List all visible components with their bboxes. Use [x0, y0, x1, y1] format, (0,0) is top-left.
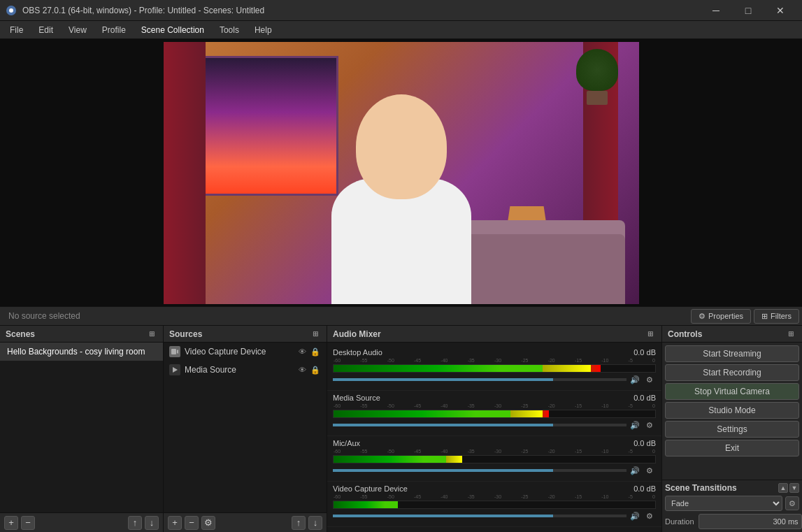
desktop-meter-yellow	[543, 365, 591, 372]
studio-mode-button[interactable]: Studio Mode	[665, 402, 799, 419]
duration-input[interactable]	[699, 514, 802, 529]
source-lock-icon[interactable]: 🔒	[310, 346, 321, 357]
menu-file[interactable]: File	[3, 23, 30, 37]
stop-virtual-camera-button[interactable]: Stop Virtual Camera	[665, 383, 799, 400]
vc-mute-button[interactable]: 🔊	[629, 510, 641, 522]
mic-vol-fill	[333, 469, 553, 472]
exit-button[interactable]: Exit	[665, 440, 799, 456]
menu-profile[interactable]: Profile	[95, 23, 133, 37]
source-eye-icon[interactable]: 👁	[296, 346, 308, 357]
scenes-panel-header: Scenes ⊞	[0, 326, 163, 343]
sources-down-button[interactable]: ↓	[308, 516, 322, 530]
sources-panel: Sources ⊞ Video Capture Device 👁	[164, 326, 327, 532]
scenes-add-button[interactable]: +	[4, 516, 18, 530]
transition-type-select[interactable]: Fade Cut Swipe Slide	[665, 496, 782, 511]
media-source-meter	[333, 410, 656, 418]
audio-panel: Audio Mixer ⊞ Desktop Audio 0.0 dB -60-5…	[327, 326, 662, 532]
maximize-button[interactable]: □	[732, 0, 764, 21]
menu-help[interactable]: Help	[248, 23, 279, 37]
sources-up-button[interactable]: ↑	[292, 516, 306, 530]
scene-item[interactable]: Hello Backgrounds - cosy living room	[0, 343, 163, 361]
audio-channel-media-header: Media Source 0.0 dB	[333, 394, 656, 402]
menu-tools[interactable]: Tools	[213, 23, 246, 37]
source-actions-video: 👁 🔒	[296, 346, 321, 357]
preview-canvas	[164, 42, 639, 304]
audio-channel-mic-header: Mic/Aux 0.0 dB	[333, 439, 656, 447]
source-eye2-icon[interactable]: 👁	[296, 364, 308, 375]
controls-panel: Controls ⊞ Start Streaming Start Recordi…	[662, 326, 802, 532]
mic-mute-button[interactable]: 🔊	[629, 464, 641, 477]
svg-point-1	[9, 8, 13, 13]
mic-aux-db: 0.0 dB	[633, 439, 656, 447]
media-meter-yellow	[510, 410, 543, 417]
media-source-db: 0.0 dB	[633, 394, 656, 402]
desktop-audio-db: 0.0 dB	[633, 348, 656, 357]
settings-button[interactable]: Settings	[665, 421, 799, 438]
title-bar: OBS 27.0.1 (64-bit, windows) - Profile: …	[0, 0, 802, 21]
main-area: No source selected ⚙ Properties ⊞ Filter…	[0, 39, 802, 532]
curtain-left	[164, 42, 206, 304]
media-vol-fill	[333, 424, 553, 426]
start-streaming-button[interactable]: Start Streaming	[665, 345, 799, 362]
source-item-media-label: Media Source	[185, 365, 236, 375]
audio-channel-vc-header: Video Capture Device 0.0 dB	[333, 484, 656, 493]
audio-channel-desktop-header: Desktop Audio 0.0 dB	[333, 348, 656, 357]
audio-expand-icon[interactable]: ⊞	[645, 329, 656, 340]
media-mute-button[interactable]: 🔊	[629, 419, 641, 431]
close-button[interactable]: ✕	[764, 0, 796, 21]
media-settings-button[interactable]: ⚙	[643, 419, 656, 431]
media-source-icon	[169, 364, 180, 375]
mic-settings-button[interactable]: ⚙	[643, 464, 656, 477]
sources-title: Sources	[169, 329, 202, 339]
audio-list: Desktop Audio 0.0 dB -60-55-50-45-40-35-…	[327, 343, 661, 532]
transitions-gear-button[interactable]: ⚙	[785, 496, 799, 510]
duration-row: Duration ▲ ▼	[665, 514, 799, 529]
menu-view[interactable]: View	[62, 23, 94, 37]
source-item-video-capture[interactable]: Video Capture Device 👁 🔒	[164, 343, 327, 361]
scenes-up-button[interactable]: ↑	[128, 516, 142, 530]
transition-down-arrow[interactable]: ▼	[789, 483, 799, 493]
mic-vol-slider[interactable]	[333, 469, 626, 472]
svg-marker-3	[177, 350, 178, 354]
source-item-media[interactable]: Media Source 👁 🔒	[164, 361, 327, 379]
mic-channel-row: 🔊 ⚙	[333, 464, 656, 477]
media-channel-row: 🔊 ⚙	[333, 419, 656, 431]
sources-panel-header: Sources ⊞	[164, 326, 327, 343]
controls-expand-icon[interactable]: ⊞	[785, 329, 796, 340]
filters-button[interactable]: ⊞ Filters	[754, 309, 799, 324]
scenes-remove-button[interactable]: −	[21, 516, 35, 530]
scenes-expand-icon[interactable]: ⊞	[146, 329, 157, 340]
audio-panel-header: Audio Mixer ⊞	[327, 326, 661, 343]
sources-footer: + − ⚙ ↑ ↓	[164, 512, 327, 532]
sources-add-button[interactable]: +	[168, 516, 182, 530]
desktop-settings-button[interactable]: ⚙	[643, 373, 656, 386]
desktop-mute-button[interactable]: 🔊	[629, 373, 641, 386]
vc-channel-row: 🔊 ⚙	[333, 510, 656, 522]
desktop-vol-slider[interactable]	[333, 378, 626, 381]
vc-vol-slider[interactable]	[333, 515, 626, 517]
desktop-audio-meter	[333, 364, 656, 373]
vc-settings-button[interactable]: ⚙	[643, 510, 656, 522]
minimize-button[interactable]: ─	[700, 0, 732, 21]
mic-meter-green	[334, 456, 446, 463]
menu-edit[interactable]: Edit	[31, 23, 60, 37]
transition-up-arrow[interactable]: ▲	[778, 483, 788, 493]
scenes-down-button[interactable]: ↓	[145, 516, 159, 530]
media-meter-green	[334, 410, 510, 417]
vc-meter	[333, 501, 656, 509]
window-controls: ─ □ ✕	[700, 0, 796, 21]
source-actions-media: 👁 🔒	[296, 364, 321, 375]
source-lock2-icon[interactable]: 🔒	[310, 364, 321, 375]
sources-expand-icon[interactable]: ⊞	[310, 329, 321, 340]
properties-button[interactable]: ⚙ Properties	[691, 309, 751, 324]
mic-meter-bars	[334, 456, 655, 463]
media-vol-slider[interactable]	[333, 424, 626, 426]
vc-meter-bars	[334, 501, 655, 508]
vc-vol-fill	[333, 515, 553, 517]
scenes-footer: + − ↑ ↓	[0, 512, 163, 532]
sources-remove-button[interactable]: −	[185, 516, 199, 530]
menu-scene-collection[interactable]: Scene Collection	[134, 23, 211, 37]
start-recording-button[interactable]: Start Recording	[665, 364, 799, 381]
preview-area	[0, 39, 802, 306]
sources-settings-button[interactable]: ⚙	[201, 516, 215, 530]
